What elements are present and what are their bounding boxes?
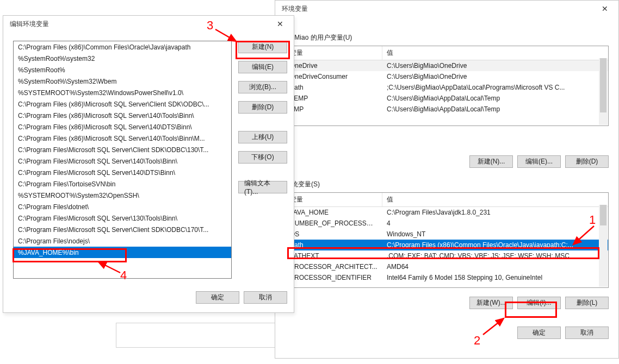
sys-delete-button[interactable]: 删除(L) — [565, 297, 609, 309]
edit-title: 编辑环境变量 — [10, 20, 49, 29]
var-value-cell: C:\Program Files (x86)\Common Files\Orac… — [382, 240, 608, 250]
var-name-cell: NUMBER_OF_PROCESSORS — [286, 218, 382, 229]
path-entry-row[interactable]: %SystemRoot%\system32 — [14, 53, 231, 64]
path-entry-row[interactable]: %SYSTEMROOT%\System32\WindowsPowerShell\… — [14, 87, 231, 98]
path-entry-row[interactable]: %SystemRoot%\System32\Wbem — [14, 76, 231, 87]
var-value-cell: C:\Program Files\Java\jdk1.8.0_231 — [382, 207, 608, 218]
var-name-cell: Path — [286, 240, 382, 250]
user-scrollbar[interactable] — [599, 58, 608, 125]
edit-entry-button[interactable]: 编辑(E) — [238, 61, 287, 73]
sys-vars-table[interactable]: 变量 值 JAVA_HOMEC:\Program Files\Java\jdk1… — [285, 192, 609, 288]
user-delete-button[interactable]: 删除(D) — [565, 155, 609, 168]
sys-scrollbar[interactable] — [599, 205, 608, 287]
edit-env-var-dialog: 编辑环境变量 ✕ C:\Program Files (x86)\Common F… — [3, 15, 294, 313]
user-vars-label: BigMiao 的用户变量(U) — [285, 33, 609, 42]
env-cancel-button[interactable]: 取消 — [565, 327, 609, 339]
path-entry-row[interactable]: C:\Program Files (x86)\Microsoft SQL Ser… — [14, 133, 231, 144]
browse-button[interactable]: 浏览(B)... — [238, 81, 287, 93]
var-value-cell: ;C:\Users\BigMiao\AppData\Local\Programs… — [382, 82, 608, 93]
path-entry-row[interactable]: %JAVA_HOME%\bin — [14, 247, 231, 258]
user-new-button[interactable]: 新建(N)... — [469, 155, 513, 168]
var-name-cell: PROCESSOR_IDENTIFIER — [286, 272, 382, 283]
var-name-cell: TEMP — [286, 93, 382, 104]
var-name-cell: JAVA_HOME — [286, 207, 382, 218]
sys-var-row[interactable]: PROCESSOR_ARCHITECT...AMD64 — [286, 261, 608, 272]
sys-vars-label: 系统变量(S) — [285, 180, 609, 189]
path-entry-row[interactable]: C:\Program Files\Microsoft SQL Server\14… — [14, 155, 231, 167]
path-entry-row[interactable]: C:\Program Files (x86)\Common Files\Orac… — [14, 41, 231, 53]
new-entry-button[interactable]: 新建(N) — [238, 41, 287, 53]
var-value-cell: C:\Users\BigMiao\OneDrive — [382, 71, 608, 82]
path-entry-row[interactable]: C:\Program Files\nodejs\ — [14, 235, 231, 247]
path-entry-row[interactable]: C:\Program Files\TortoiseSVN\bin — [14, 178, 231, 190]
user-var-row[interactable]: OneDriveConsumerC:\Users\BigMiao\OneDriv… — [286, 71, 608, 82]
var-value-cell: AMD64 — [382, 261, 608, 272]
env-title: 环境变量 — [282, 4, 308, 14]
var-name-cell: OneDriveConsumer — [286, 71, 382, 82]
env-titlebar: 环境变量 ✕ — [275, 1, 618, 17]
path-entry-row[interactable]: %SystemRoot% — [14, 64, 231, 76]
user-vars-table[interactable]: 变量 值 OneDriveC:\Users\BigMiao\OneDriveOn… — [285, 46, 609, 126]
sys-edit-button[interactable]: 编辑(I)... — [517, 297, 561, 309]
sys-var-row[interactable]: PATHEXT.COM;.EXE;.BAT;.CMD;.VBS;.VBE;.JS… — [286, 250, 608, 261]
edit-titlebar: 编辑环境变量 ✕ — [3, 16, 294, 32]
edit-ok-button[interactable]: 确定 — [196, 291, 239, 304]
path-entry-row[interactable]: C:\Program Files (x86)\Microsoft SQL Ser… — [14, 98, 231, 110]
var-value-cell: .COM;.EXE;.BAT;.CMD;.VBS;.VBE;.JS;.JSE;.… — [382, 250, 608, 261]
var-value-cell: C:\Users\BigMiao\OneDrive — [382, 60, 608, 71]
env-ok-button[interactable]: 确定 — [517, 327, 561, 339]
var-value-cell: Intel64 Family 6 Model 158 Stepping 10, … — [382, 272, 608, 283]
sys-new-button[interactable]: 新建(W)... — [469, 297, 513, 309]
sys-var-row[interactable]: OSWindows_NT — [286, 229, 608, 240]
var-name-cell: OneDrive — [286, 60, 382, 71]
delete-entry-button[interactable]: 删除(D) — [238, 101, 287, 114]
var-name-cell: TMP — [286, 104, 382, 115]
sys-var-row[interactable]: NUMBER_OF_PROCESSORS4 — [286, 218, 608, 229]
sys-var-row[interactable]: PathC:\Program Files (x86)\Common Files\… — [286, 240, 608, 250]
var-value-cell: C:\Users\BigMiao\AppData\Local\Temp — [382, 104, 608, 115]
move-down-button[interactable]: 下移(O) — [238, 151, 287, 164]
path-entry-row[interactable]: C:\Program Files\Microsoft SQL Server\Cl… — [14, 224, 231, 235]
sys-var-row[interactable]: JAVA_HOMEC:\Program Files\Java\jdk1.8.0_… — [286, 207, 608, 218]
path-entries-list[interactable]: C:\Program Files (x86)\Common Files\Orac… — [13, 41, 232, 279]
close-icon[interactable]: ✕ — [593, 1, 616, 16]
user-var-row[interactable]: Path;C:\Users\BigMiao\AppData\Local\Prog… — [286, 82, 608, 93]
var-name-cell: PROCESSOR_ARCHITECT... — [286, 261, 382, 272]
sys-col-var[interactable]: 变量 — [286, 193, 382, 206]
var-name-cell: PATHEXT — [286, 250, 382, 261]
edit-text-button[interactable]: 编辑文本(T)... — [238, 181, 287, 193]
env-vars-dialog: 环境变量 ✕ BigMiao 的用户变量(U) 变量 值 OneDriveC:\… — [275, 0, 619, 359]
user-col-val[interactable]: 值 — [382, 46, 608, 60]
user-var-row[interactable]: TEMPC:\Users\BigMiao\AppData\Local\Temp — [286, 93, 608, 104]
path-entry-row[interactable]: C:\Program Files\Microsoft SQL Server\14… — [14, 167, 231, 178]
path-entry-row[interactable]: C:\Program Files\Microsoft SQL Server\13… — [14, 212, 231, 224]
path-entry-row[interactable]: C:\Program Files\dotnet\ — [14, 201, 231, 212]
path-entry-row[interactable]: C:\Program Files (x86)\Microsoft SQL Ser… — [14, 110, 231, 121]
var-value-cell: C:\Users\BigMiao\AppData\Local\Temp — [382, 93, 608, 104]
user-var-row[interactable]: TMPC:\Users\BigMiao\AppData\Local\Temp — [286, 104, 608, 115]
user-var-row[interactable]: OneDriveC:\Users\BigMiao\OneDrive — [286, 60, 608, 71]
sys-col-val[interactable]: 值 — [382, 193, 608, 206]
path-entry-row[interactable]: C:\Program Files\Microsoft SQL Server\Cl… — [14, 144, 231, 155]
var-name-cell: Path — [286, 82, 382, 93]
move-up-button[interactable]: 上移(U) — [238, 131, 287, 143]
edit-cancel-button[interactable]: 取消 — [244, 291, 287, 304]
user-col-var[interactable]: 变量 — [286, 46, 382, 60]
var-value-cell: 4 — [382, 218, 608, 229]
var-value-cell: Windows_NT — [382, 229, 608, 240]
user-edit-button[interactable]: 编辑(E)... — [517, 155, 561, 168]
path-entry-row[interactable]: C:\Program Files (x86)\Microsoft SQL Ser… — [14, 121, 231, 133]
close-icon[interactable]: ✕ — [269, 16, 292, 32]
var-name-cell: OS — [286, 229, 382, 240]
path-entry-row[interactable]: %SYSTEMROOT%\System32\OpenSSH\ — [14, 190, 231, 201]
sys-var-row[interactable]: PROCESSOR_IDENTIFIERIntel64 Family 6 Mod… — [286, 272, 608, 283]
